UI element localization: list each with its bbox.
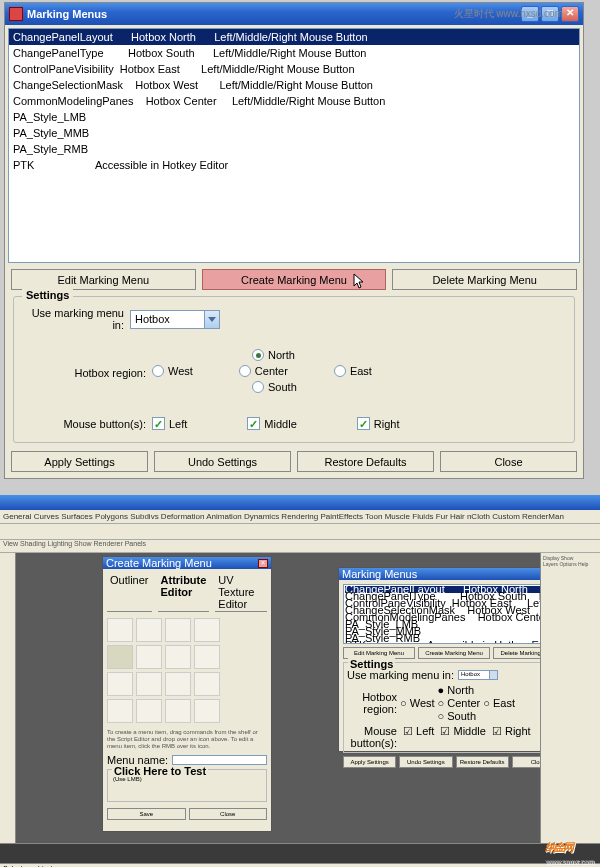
marking-menu-list[interactable]: ChangePanelLayout Hotbox North Left/Midd… [8, 28, 580, 263]
marking-menus-window: Marking Menus _ □ ✕ 火星时代 www.hxsd.com Ch… [4, 2, 584, 479]
grid-cell[interactable] [107, 645, 133, 669]
settings-legend: Settings [22, 289, 73, 301]
grid-cell[interactable] [194, 672, 220, 696]
grid-cell[interactable] [165, 672, 191, 696]
tab-attribute-editor[interactable]: Attribute Editor [158, 573, 210, 612]
undo-settings-button[interactable]: Undo Settings [154, 451, 291, 472]
list-row[interactable]: ControlPaneVisibility Hotbox East Left/M… [9, 61, 579, 77]
menu-name-input[interactable] [172, 755, 267, 765]
timeline[interactable] [0, 843, 600, 863]
grid-cell[interactable] [136, 645, 162, 669]
grid-cell[interactable] [136, 699, 162, 723]
list-row[interactable]: PTK Accessible in Hotkey Editor [9, 157, 579, 173]
middle-label: Middle [264, 418, 296, 430]
sub-dropdown[interactable]: Hotbox [458, 670, 498, 680]
grid-cell[interactable] [194, 699, 220, 723]
mouse-buttons-label: Mouse button(s): [22, 418, 152, 430]
close-button-bottom[interactable]: Close [440, 451, 577, 472]
sub-list[interactable]: ChangePanelLayout Hotbox North Left/Midd… [343, 584, 565, 644]
delete-marking-menu-button[interactable]: Delete Marking Menu [392, 269, 577, 290]
sub-use-label: Use marking menu in: [347, 669, 454, 681]
grid-cell[interactable] [165, 699, 191, 723]
list-row[interactable]: ChangePanelLayout Hotbox North Left/Midd… [9, 29, 579, 45]
use-lmb-text[interactable]: (Use LMB) [111, 774, 263, 798]
list-row[interactable]: PA_Style_RMB [9, 141, 579, 157]
sub-undo-button[interactable]: Undo Settings [399, 756, 452, 768]
sub-create-button[interactable]: Create Marking Menu [418, 647, 490, 659]
sub-restore-button[interactable]: Restore Defaults [456, 756, 509, 768]
shelf-icons[interactable] [0, 524, 600, 540]
create-marking-menu-button[interactable]: Create Marking Menu [202, 269, 387, 290]
grid-cell[interactable] [165, 618, 191, 642]
radio-icon [252, 349, 264, 361]
create-label: Create Marking Menu [241, 274, 347, 286]
grid-cell[interactable] [194, 618, 220, 642]
list-row[interactable]: PA_Style_MMB [9, 125, 579, 141]
list-row[interactable]: CommonModelingPanes Hotbox Center Left/M… [9, 93, 579, 109]
dropdown-value: Hotbox [131, 311, 204, 328]
sub-south-radio[interactable]: ○ South [438, 710, 481, 722]
edit-marking-menu-button[interactable]: Edit Marking Menu [11, 269, 196, 290]
sub-titlebar[interactable]: Create Marking Menu × [103, 557, 271, 569]
sub-apply-button[interactable]: Apply Settings [343, 756, 396, 768]
sub-left-check[interactable]: ☑ Left [403, 725, 434, 749]
grid-cell[interactable] [136, 672, 162, 696]
workspace: Create Marking Menu × Outliner Attribute… [0, 553, 600, 843]
sub-title: Marking Menus [342, 568, 417, 580]
sub-middle-check[interactable]: ☑ Middle [440, 725, 485, 749]
sub-tabs[interactable]: Outliner Attribute Editor UV Texture Edi… [107, 573, 267, 612]
use-marking-menu-dropdown[interactable]: Hotbox [130, 310, 220, 329]
app-icon [9, 7, 23, 21]
grid-cell[interactable] [194, 645, 220, 669]
minimize-button[interactable]: _ [521, 6, 539, 22]
sub-titlebar[interactable]: Marking Menus × [339, 568, 569, 580]
maximize-button[interactable]: □ [541, 6, 559, 22]
left-checkbox-item[interactable]: ✓ Left [152, 417, 187, 430]
right-checkbox-item[interactable]: ✓ Right [357, 417, 400, 430]
sub-center-radio[interactable]: ○ Center [438, 697, 481, 709]
sub-close-button[interactable]: Close [189, 808, 268, 820]
south-radio-item[interactable]: South [252, 381, 566, 393]
radio-icon [252, 381, 264, 393]
list-row[interactable]: ChangePanelType Hotbox South Left/Middle… [9, 45, 579, 61]
marking-menus-subwindow: Marking Menus × ChangePanelLayout Hotbox… [338, 567, 570, 752]
west-radio-item[interactable]: West [152, 365, 193, 377]
sub-west-radio[interactable]: ○ West [400, 697, 435, 709]
hint-text: To create a menu item, drag commands fro… [107, 729, 267, 750]
restore-defaults-button[interactable]: Restore Defaults [297, 451, 434, 472]
shelf-tabs[interactable]: General Curves Surfaces Polygons Subdivs… [0, 510, 600, 524]
icon-grid[interactable] [107, 618, 267, 723]
sub-save-button[interactable]: Save [107, 808, 186, 820]
grid-cell[interactable] [165, 645, 191, 669]
grid-cell[interactable] [136, 618, 162, 642]
middle-checkbox-item[interactable]: ✓ Middle [247, 417, 296, 430]
close-button[interactable]: ✕ [561, 6, 579, 22]
list-row[interactable]: PA_Style_LMB [9, 109, 579, 125]
sub-list-row[interactable]: PTK Accessible in Hotkey Editor [345, 642, 563, 644]
east-label: East [350, 365, 372, 377]
chevron-down-icon [204, 311, 219, 328]
sub-settings-group: Settings Use marking menu in: Hotbox Hot… [343, 662, 565, 753]
close-icon[interactable]: × [258, 559, 268, 568]
grid-cell[interactable] [107, 699, 133, 723]
settings-group: Settings Use marking menu in: Hotbox Hot… [13, 296, 575, 443]
apply-settings-button[interactable]: Apply Settings [11, 451, 148, 472]
sub-right-check[interactable]: ☑ Right [492, 725, 531, 749]
grid-cell[interactable] [107, 672, 133, 696]
tab-uv-editor[interactable]: UV Texture Editor [215, 573, 267, 612]
app-titlebar[interactable] [0, 495, 600, 510]
click-test-group: Click Here to Test (Use LMB) [107, 769, 267, 802]
list-row[interactable]: ChangeSelectionMask Hotbox West Left/Mid… [9, 77, 579, 93]
grid-cell[interactable] [107, 618, 133, 642]
viewport[interactable]: Create Marking Menu × Outliner Attribute… [16, 553, 600, 843]
tab-outliner[interactable]: Outliner [107, 573, 152, 612]
titlebar[interactable]: Marking Menus _ □ ✕ [5, 3, 583, 25]
sub-north-radio[interactable]: ● North [438, 684, 481, 696]
center-radio-item[interactable]: Center [239, 365, 288, 377]
toolbox[interactable] [0, 553, 16, 843]
channel-box[interactable]: Display ShowLayers Options Help [540, 553, 600, 843]
north-radio-item[interactable]: North [252, 349, 566, 361]
east-radio-item[interactable]: East [334, 365, 374, 377]
viewport-menu[interactable]: View Shading Lighting Show Renderer Pane… [0, 540, 600, 553]
sub-east-radio[interactable]: ○ East [483, 697, 515, 709]
